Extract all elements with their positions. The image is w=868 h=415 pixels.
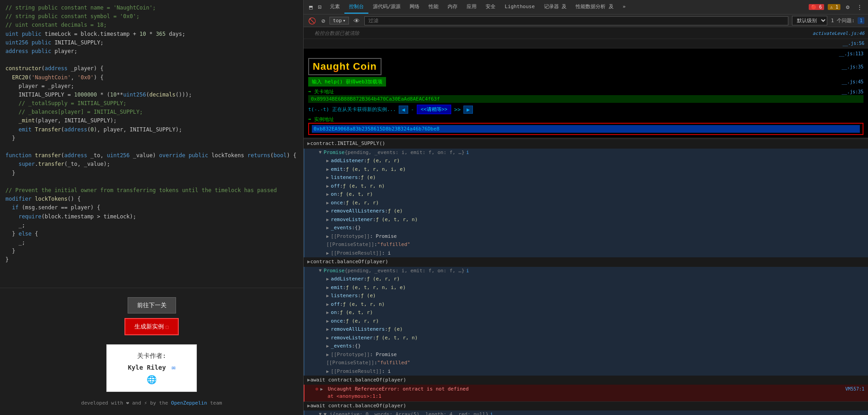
dock-icon[interactable]: ⬒ bbox=[307, 3, 315, 11]
expand-emit-2[interactable]: ▶ bbox=[326, 284, 329, 291]
expand-off-2[interactable]: ▶ bbox=[326, 301, 329, 308]
remove-listener-row-2[interactable]: ▶ removeListener : ƒ (e, t, r, n) bbox=[305, 334, 868, 343]
remove-listener-row-1[interactable]: ▶ removeListener : ƒ (e, t, r, n) bbox=[305, 216, 868, 224]
expand-listeners-2[interactable]: ▶ bbox=[326, 292, 329, 299]
on-row-2[interactable]: ▶ on : ƒ (e, t, r) bbox=[305, 309, 868, 317]
error-src[interactable]: VM557:1 bbox=[845, 386, 864, 392]
tab-application[interactable]: 应用 bbox=[462, 0, 481, 14]
console-content[interactable]: 检控台数据已被清除 activateLevel.js:46 __.js:56 _… bbox=[304, 27, 868, 415]
email-icon: ✉ bbox=[172, 364, 175, 371]
expand-addlistener[interactable]: ▶ bbox=[326, 157, 329, 164]
expand-proto-1[interactable]: ▶ bbox=[326, 233, 329, 240]
add-listener-row-2[interactable]: ▶ addListener : ƒ (e, r, r) bbox=[305, 275, 868, 284]
expand-on-1[interactable]: ▶ bbox=[326, 191, 329, 198]
once-row-1[interactable]: ▶ once : ƒ (e, r, r) bbox=[305, 199, 868, 208]
generate-icon: ◻ bbox=[166, 323, 169, 330]
promise-header-1[interactable]: ▶ Promise {pending, _events: i, emit: f,… bbox=[305, 149, 868, 157]
promise-state-row-1[interactable]: [[PromiseState]] : "fulfilled" bbox=[305, 241, 868, 249]
tab-network[interactable]: 网络 bbox=[405, 0, 424, 14]
openzeppelin-link[interactable]: OpenZeppelin bbox=[171, 400, 207, 406]
generate-instance-button[interactable]: 生成新实例 ◻ bbox=[124, 318, 179, 335]
promise-result-row-2[interactable]: ▶ [[PromiseResult]] : i bbox=[305, 367, 868, 376]
promise-result-row-1[interactable]: ▶ [[PromiseResult]] : i bbox=[305, 249, 868, 258]
listeners-row-1[interactable]: ▶ listeners : ƒ (e) bbox=[305, 174, 868, 182]
nav-prev[interactable]: ◀ bbox=[399, 106, 408, 114]
expand-removelistener-1[interactable]: ▶ bbox=[326, 216, 329, 223]
tab-lighthouse[interactable]: Lighthouse bbox=[500, 1, 539, 13]
js-src-45[interactable]: __.js:45 bbox=[842, 79, 863, 84]
expand-result-2[interactable]: ▶ bbox=[326, 368, 329, 375]
expand-once-2[interactable]: ▶ bbox=[326, 318, 329, 324]
on-row-1[interactable]: ▶ on : ƒ (e, t, r) bbox=[305, 190, 868, 199]
js-src-56[interactable]: __.js:56 bbox=[843, 40, 864, 47]
expand-off-1[interactable]: ▶ bbox=[326, 183, 329, 189]
promise-data-header[interactable]: ▶ ▼ i {negative: 0, words: Array(5), len… bbox=[305, 410, 868, 415]
js-src-113[interactable]: __.js:113 bbox=[839, 51, 863, 56]
promise-state-row-2[interactable]: [[PromiseState]] : "fulfilled" bbox=[305, 359, 868, 367]
expand-promise-data[interactable]: ▶ bbox=[317, 413, 324, 415]
expand-promise-1[interactable]: ▶ bbox=[317, 151, 324, 154]
prototype-row-1[interactable]: ▶ [[Prototype]] : Promise bbox=[305, 232, 868, 241]
filter-input[interactable] bbox=[364, 16, 788, 25]
tab-elements[interactable]: 元素 bbox=[325, 0, 344, 14]
expand-listeners-1[interactable]: ▶ bbox=[326, 174, 329, 181]
expand-emit-1[interactable]: ▶ bbox=[326, 166, 329, 173]
tab-performance[interactable]: 性能 bbox=[424, 0, 443, 14]
settings-icon[interactable]: ⚙ bbox=[844, 3, 851, 11]
more-icon[interactable]: ⋮ bbox=[855, 3, 864, 11]
await-balance-row[interactable]: ▶ await contract.balanceOf(player) bbox=[304, 376, 868, 385]
emit-row-2[interactable]: ▶ emit : ƒ (e, t, r, n, i, e) bbox=[305, 284, 868, 292]
expand-events-2[interactable]: ▶ bbox=[326, 343, 329, 349]
nav-next[interactable]: ▶ bbox=[463, 106, 473, 114]
events-row-1[interactable]: ▶ _events : {} bbox=[305, 224, 868, 232]
promise-header-2[interactable]: ▶ Promise {pending, _events: i, emit: f,… bbox=[305, 267, 868, 275]
expand-result-1[interactable]: ▶ bbox=[326, 250, 329, 256]
expand-proto-2[interactable]: ▶ bbox=[326, 351, 329, 358]
context-dropdown[interactable]: top ▾ bbox=[329, 17, 349, 24]
off-row-1[interactable]: ▶ off : ƒ (e, t, r, n) bbox=[305, 182, 868, 191]
activate-level-src[interactable]: activateLevel.js:46 bbox=[813, 30, 864, 37]
remove-all-row-2[interactable]: ▶ removeAllListeners : ƒ (e) bbox=[305, 325, 868, 334]
author-name: Kyle Riley ✉ bbox=[114, 364, 189, 371]
level-select[interactable]: 默认级别 bbox=[792, 16, 827, 25]
off-row-2[interactable]: ▶ off : ƒ (e, t, r, n) bbox=[305, 300, 868, 309]
expand-events-1[interactable]: ▶ bbox=[326, 224, 329, 231]
expand-error[interactable]: ▶ bbox=[320, 386, 323, 391]
tab-memory[interactable]: 内存 bbox=[443, 0, 462, 14]
initial-supply-row[interactable]: ▶ contract.INITIAL_SUPPLY() bbox=[304, 140, 868, 148]
console-msg-js56: __.js:56 bbox=[304, 39, 868, 49]
remove-all-row-1[interactable]: ▶ removeAllListeners : ƒ (e) bbox=[305, 207, 868, 216]
listeners-row-2[interactable]: ▶ listeners : ƒ (e) bbox=[305, 292, 868, 300]
emit-row-1[interactable]: ▶ emit : ƒ (e, t, r, n, i, e) bbox=[305, 165, 868, 174]
expand-on-2[interactable]: ▶ bbox=[326, 309, 329, 316]
tab-recorder[interactable]: 记录器 及 bbox=[539, 0, 572, 14]
js-src-35-2[interactable]: __.js:35 bbox=[842, 89, 863, 94]
please-button[interactable]: <<请稍等>> bbox=[417, 105, 452, 114]
js-src-35-1[interactable]: __.js:35 bbox=[842, 64, 863, 69]
tab-sources[interactable]: 源代码/源源 bbox=[368, 0, 405, 14]
expand-removeall-2[interactable]: ▶ bbox=[326, 326, 329, 333]
prototype-row-2[interactable]: ▶ [[Prototype]] : Promise bbox=[305, 351, 868, 359]
inspect-icon[interactable]: ⊡ bbox=[316, 3, 324, 11]
add-listener-row[interactable]: ▶ addListener : ƒ (e, r, r) bbox=[305, 157, 868, 165]
once-row-2[interactable]: ▶ once : ƒ (e, r, r) bbox=[305, 317, 868, 326]
expand-removeall-1[interactable]: ▶ bbox=[326, 208, 329, 214]
events-row-2[interactable]: ▶ _events : {} bbox=[305, 342, 868, 351]
clear-console-button[interactable]: 🚫 bbox=[307, 16, 317, 25]
code-comment-2: // string public constant symbol = '0x0'… bbox=[5, 13, 139, 19]
help-button[interactable]: 输入 help() 获得web3加载项 bbox=[308, 77, 386, 87]
next-level-button[interactable]: 前往下一关 bbox=[128, 297, 176, 314]
expand-promise-2[interactable]: ▶ bbox=[317, 269, 324, 272]
balance-row-1[interactable]: ▶ contract.balanceOf(player) bbox=[304, 258, 868, 266]
expand-addlistener-2[interactable]: ▶ bbox=[326, 275, 329, 282]
await-contract-row[interactable]: ▶ await contract.balanceOf(player) bbox=[304, 402, 868, 410]
instance-addr-box: 0xb832EA9068a83b2358615D8b23B324a46b76Db… bbox=[308, 123, 863, 135]
tab-perf-insights[interactable]: 性能数据分析 及 bbox=[571, 0, 618, 14]
expand-once-1[interactable]: ▶ bbox=[326, 199, 329, 206]
tab-more[interactable]: » bbox=[618, 1, 630, 13]
eye-icon[interactable]: 👁 bbox=[353, 16, 361, 25]
tab-console[interactable]: 控制台 bbox=[344, 0, 368, 14]
clear-storage-icon[interactable]: ⊘ bbox=[320, 16, 326, 25]
tab-security[interactable]: 安全 bbox=[481, 0, 500, 14]
expand-removelistener-2[interactable]: ▶ bbox=[326, 334, 329, 341]
